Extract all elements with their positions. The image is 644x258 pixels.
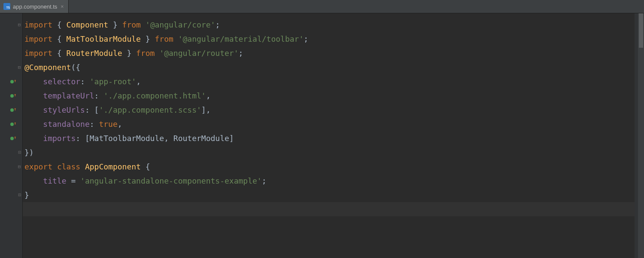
override-indicator-icon[interactable]	[10, 136, 15, 141]
tab-bar: app.component.ts ×	[0, 0, 644, 13]
gutter-row	[0, 32, 16, 46]
editor-tab[interactable]: app.component.ts ×	[0, 0, 69, 13]
typescript-file-icon	[3, 3, 10, 10]
editor-area: import { Component } from '@angular/core…	[0, 13, 644, 258]
fold-row	[16, 131, 22, 145]
fold-row	[16, 174, 22, 188]
override-indicator-icon[interactable]	[10, 93, 15, 98]
gutter	[0, 13, 16, 258]
gutter-row	[0, 145, 16, 160]
gutter-row	[0, 74, 16, 89]
gutter-row	[0, 18, 16, 32]
fold-row	[16, 89, 22, 103]
code-line[interactable]: import { Component } from '@angular/core…	[24, 18, 635, 32]
code-line[interactable]: @Component({	[24, 60, 635, 74]
fold-column	[16, 13, 23, 258]
fold-row	[16, 145, 22, 160]
fold-row	[16, 117, 22, 131]
fold-row	[16, 60, 22, 74]
code-line[interactable]: standalone: true,	[24, 117, 635, 131]
fold-end-icon[interactable]	[17, 193, 21, 197]
close-icon[interactable]: ×	[60, 3, 64, 9]
fold-row	[16, 103, 22, 117]
fold-row	[16, 188, 22, 202]
gutter-row	[0, 103, 16, 117]
fold-row	[16, 74, 22, 89]
fold-row	[16, 18, 22, 32]
gutter-row	[0, 160, 16, 174]
code-line[interactable]: imports: [MatToolbarModule, RouterModule…	[24, 131, 635, 145]
code-line[interactable]: templateUrl: './app.component.html',	[24, 89, 635, 103]
code-line[interactable]: selector: 'app-root',	[24, 74, 635, 89]
fold-row	[16, 160, 22, 174]
fold-collapse-icon[interactable]	[17, 165, 21, 169]
gutter-row	[0, 89, 16, 103]
code-line[interactable]: title = 'angular-standalone-components-e…	[24, 174, 635, 188]
override-indicator-icon[interactable]	[10, 122, 15, 127]
caret-line-highlight	[23, 202, 635, 216]
code-line[interactable]: styleUrls: ['./app.component.scss'],	[24, 103, 635, 117]
fold-collapse-icon[interactable]	[17, 23, 21, 27]
gutter-row	[0, 174, 16, 188]
gutter-row	[0, 131, 16, 145]
override-indicator-icon[interactable]	[10, 108, 15, 113]
fold-collapse-icon[interactable]	[17, 65, 21, 70]
code-area[interactable]: import { Component } from '@angular/core…	[23, 13, 635, 258]
scrollbar-thumb[interactable]	[639, 13, 643, 48]
tab-filename: app.component.ts	[13, 3, 57, 10]
vertical-scrollbar[interactable]	[638, 13, 644, 258]
code-line[interactable]: export class AppComponent {	[24, 160, 635, 174]
code-line[interactable]: import { RouterModule } from '@angular/r…	[24, 46, 635, 60]
gutter-row	[0, 46, 16, 60]
code-line[interactable]: import { MatToolbarModule } from '@angul…	[24, 32, 635, 46]
fold-row	[16, 32, 22, 46]
gutter-row	[0, 117, 16, 131]
fold-end-icon[interactable]	[17, 150, 21, 155]
fold-row	[16, 46, 22, 60]
code-line[interactable]: })	[24, 145, 635, 160]
override-indicator-icon[interactable]	[10, 79, 15, 84]
gutter-row	[0, 60, 16, 74]
gutter-row	[0, 188, 16, 202]
code-line[interactable]: }	[24, 188, 635, 202]
marker-bar	[635, 13, 638, 258]
